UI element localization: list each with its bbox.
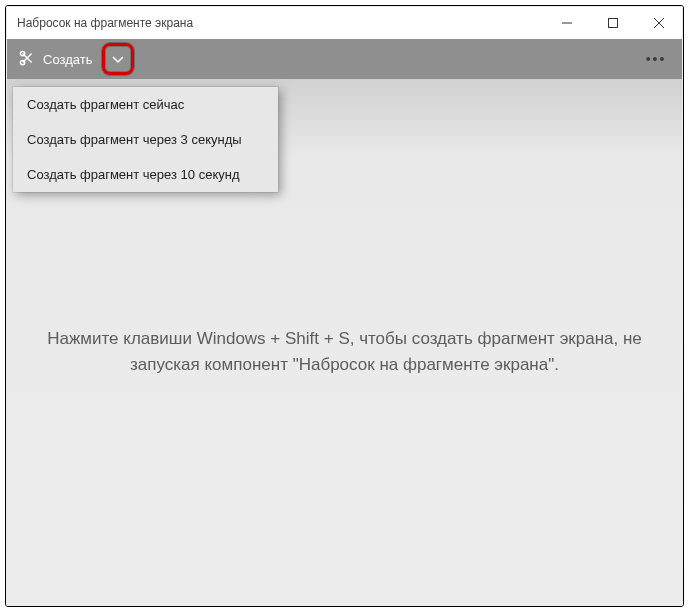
- app-window: Набросок на фрагменте экрана: [6, 6, 683, 606]
- snip-icon: [19, 50, 37, 68]
- titlebar: Набросок на фрагменте экрана: [7, 7, 682, 39]
- menu-item-snip-now[interactable]: Создать фрагмент сейчас: [13, 87, 278, 122]
- minimize-icon: [562, 18, 572, 28]
- more-button[interactable]: •••: [636, 43, 676, 75]
- minimize-button[interactable]: [544, 7, 590, 39]
- svg-rect-0: [609, 19, 618, 28]
- window-controls: [544, 7, 682, 39]
- create-button-label: Создать: [43, 52, 92, 67]
- maximize-icon: [608, 18, 618, 28]
- svg-point-2: [20, 60, 24, 64]
- create-dropdown-menu: Создать фрагмент сейчас Создать фрагмент…: [13, 87, 278, 192]
- menu-item-snip-10s[interactable]: Создать фрагмент через 10 секунд: [13, 157, 278, 192]
- create-split-group: Создать: [11, 39, 134, 79]
- svg-point-1: [20, 51, 24, 55]
- menu-item-snip-3s[interactable]: Создать фрагмент через 3 секунды: [13, 122, 278, 157]
- window-title: Набросок на фрагменте экрана: [7, 16, 544, 30]
- highlight-annotation: [102, 43, 134, 75]
- close-icon: [654, 18, 664, 28]
- create-button[interactable]: Создать: [11, 43, 100, 75]
- close-button[interactable]: [636, 7, 682, 39]
- create-dropdown-button[interactable]: [105, 46, 131, 72]
- more-icon: •••: [646, 51, 667, 67]
- maximize-button[interactable]: [590, 7, 636, 39]
- toolbar: Создать •••: [7, 39, 682, 79]
- chevron-down-icon: [111, 52, 125, 66]
- keyboard-hint-text: Нажмите клавиши Windows + Shift + S, что…: [47, 326, 642, 379]
